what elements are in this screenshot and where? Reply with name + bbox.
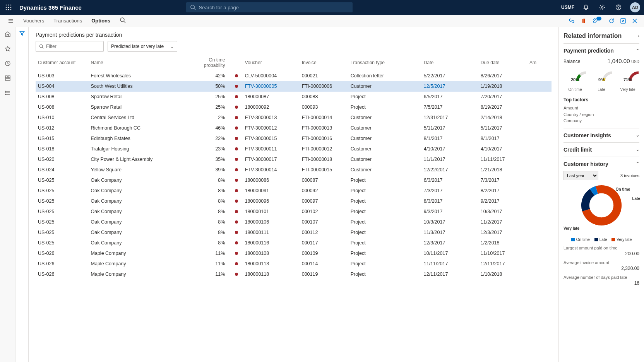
voucher-link[interactable]: FTV-30000005 <box>245 84 277 89</box>
table-row[interactable]: US-008Sparrow Retail25%180000087000088Pr… <box>36 92 552 102</box>
table-row[interactable]: US-025Oak Company8%180000096000097Projec… <box>36 196 552 207</box>
workspaces-icon[interactable] <box>3 73 12 83</box>
table-row[interactable]: US-026Maple Company11%180000113000114Pro… <box>36 259 552 269</box>
table-row[interactable]: US-025Oak Company8%180000116000117Projec… <box>36 238 552 248</box>
svg-rect-24 <box>8 76 10 78</box>
col-header[interactable]: Customer account <box>36 54 89 71</box>
search-box[interactable] <box>186 2 353 12</box>
app-launcher-icon[interactable] <box>4 3 13 12</box>
recent-icon[interactable] <box>3 59 12 68</box>
status-dot <box>235 74 238 77</box>
star-icon[interactable] <box>3 44 12 53</box>
legal-entity[interactable]: USMF <box>561 5 574 10</box>
table-row[interactable]: US-024Yellow Square39%FTV-30000014FTI-00… <box>36 165 552 175</box>
chevron-up-icon[interactable]: ⌃ <box>636 161 639 166</box>
status-dot <box>235 189 238 192</box>
table-row[interactable]: US-018Trafalgar Housing23%FTV-30000011FT… <box>36 144 552 154</box>
filter-search-icon <box>39 44 44 49</box>
table-row[interactable]: US-004South West Utilities50%FTV-3000000… <box>36 81 552 92</box>
gauge-late: 9%Late <box>590 70 613 92</box>
table-row[interactable]: US-025Oak Company8%180000086000087Projec… <box>36 175 552 186</box>
date-link[interactable]: 12/5/2017 <box>424 84 445 89</box>
avg-days-late: 16 <box>564 280 639 286</box>
svg-point-4 <box>8 7 9 8</box>
side-panel: Related information› Payment prediction⌃… <box>559 27 644 362</box>
modules-icon[interactable] <box>3 88 12 97</box>
table-row[interactable]: US-026Maple Company11%180000118000119Pro… <box>36 269 552 280</box>
predictions-table: Customer accountNameOn time probabilityV… <box>36 54 552 279</box>
status-dot <box>235 179 238 182</box>
col-header[interactable]: Due date <box>478 54 527 71</box>
chevron-right-icon[interactable]: › <box>638 34 639 38</box>
hamburger-icon[interactable] <box>3 18 19 24</box>
svg-point-1 <box>8 5 9 6</box>
funnel-icon[interactable] <box>19 30 25 362</box>
svg-line-18 <box>124 21 125 23</box>
close-icon[interactable] <box>632 18 638 24</box>
help-icon[interactable] <box>614 3 623 12</box>
table-row[interactable]: US-003Forest Wholesales42%CLV-5000000400… <box>36 71 552 81</box>
col-header[interactable]: Name <box>89 54 194 71</box>
link-icon[interactable] <box>569 18 575 24</box>
tab-transactions[interactable]: Transactions <box>49 18 87 24</box>
col-header[interactable]: Invoice <box>300 54 348 71</box>
status-dot <box>235 241 238 244</box>
table-row[interactable]: US-025Oak Company8%180000101000102Projec… <box>36 207 552 217</box>
svg-line-33 <box>42 47 43 48</box>
status-dot <box>235 231 238 234</box>
svg-point-31 <box>5 94 5 95</box>
table-row[interactable]: US-020City Power & Light Assembly35%FTV-… <box>36 154 552 165</box>
col-header[interactable]: Transaction type <box>348 54 421 71</box>
status-dot <box>235 137 238 140</box>
table-row[interactable]: US-025Oak Company8%180000106000107Projec… <box>36 217 552 227</box>
filter-input[interactable] <box>46 44 100 49</box>
home-icon[interactable] <box>3 29 12 39</box>
status-dot <box>235 116 238 119</box>
office-icon[interactable] <box>580 18 586 24</box>
svg-point-32 <box>40 45 43 48</box>
avatar[interactable]: AD <box>630 2 640 12</box>
section-credit-limit[interactable]: Credit limit⌄ <box>564 142 639 157</box>
tab-options[interactable]: Options <box>87 18 115 24</box>
balance-value: 1,040.00 <box>607 58 630 64</box>
svg-line-10 <box>194 9 195 10</box>
side-title: Related information› <box>564 32 639 39</box>
attach-icon[interactable]: 0 <box>592 18 603 24</box>
dropdown-value: Predicted late or very late <box>111 44 164 49</box>
table-row[interactable]: US-025Oak Company8%180000091000092Projec… <box>36 186 552 196</box>
svg-point-13 <box>618 9 618 9</box>
history-range-select[interactable]: Last year <box>564 171 598 180</box>
search-input[interactable] <box>199 5 349 10</box>
tab-vouchers[interactable]: Vouchers <box>19 18 49 24</box>
table-row[interactable]: US-025Oak Company8%180000111000112Projec… <box>36 227 552 238</box>
svg-rect-23 <box>5 76 7 78</box>
bell-icon[interactable] <box>581 3 591 12</box>
prediction-filter-dropdown[interactable]: Predicted late or very late ⌄ <box>108 41 177 52</box>
section-customer-insights[interactable]: Customer insights⌄ <box>564 128 639 142</box>
filter-input-box[interactable] <box>36 41 104 52</box>
table-row[interactable]: US-010Central Services Ltd2%FTV-30000013… <box>36 113 552 123</box>
table-row[interactable]: US-012Richmond Borough CC46%FTV-30000012… <box>36 123 552 133</box>
chevron-up-icon[interactable]: ⌃ <box>636 48 639 53</box>
svg-point-29 <box>5 91 5 92</box>
popout-icon[interactable] <box>620 18 626 24</box>
app-title: Dynamics 365 Finance <box>19 4 82 11</box>
col-header[interactable]: Voucher <box>243 54 300 71</box>
table-row[interactable]: US-015Edinburgh Estates22%FTV-30000015FT… <box>36 133 552 144</box>
col-header[interactable]: Date <box>421 54 478 71</box>
table-row[interactable]: US-008Sparrow Retail25%180000092000093Pr… <box>36 102 552 113</box>
status-dot <box>235 273 238 276</box>
col-header[interactable]: Am <box>527 54 552 71</box>
svg-point-0 <box>6 5 7 6</box>
table-row[interactable]: US-026Maple Company11%180000108000109Pro… <box>36 248 552 259</box>
refresh-icon[interactable] <box>608 18 615 24</box>
gear-icon[interactable] <box>598 3 607 12</box>
content-area: Payment predictions per transaction Pred… <box>29 27 559 362</box>
col-header[interactable]: On time probability <box>194 54 233 71</box>
action-search-icon[interactable] <box>120 17 126 24</box>
svg-point-7 <box>8 9 9 10</box>
chevron-down-icon: ⌄ <box>636 133 639 138</box>
col-header[interactable] <box>233 54 242 71</box>
page-title: Payment predictions per transaction <box>36 32 552 38</box>
factors-title: Top factors <box>564 96 639 103</box>
